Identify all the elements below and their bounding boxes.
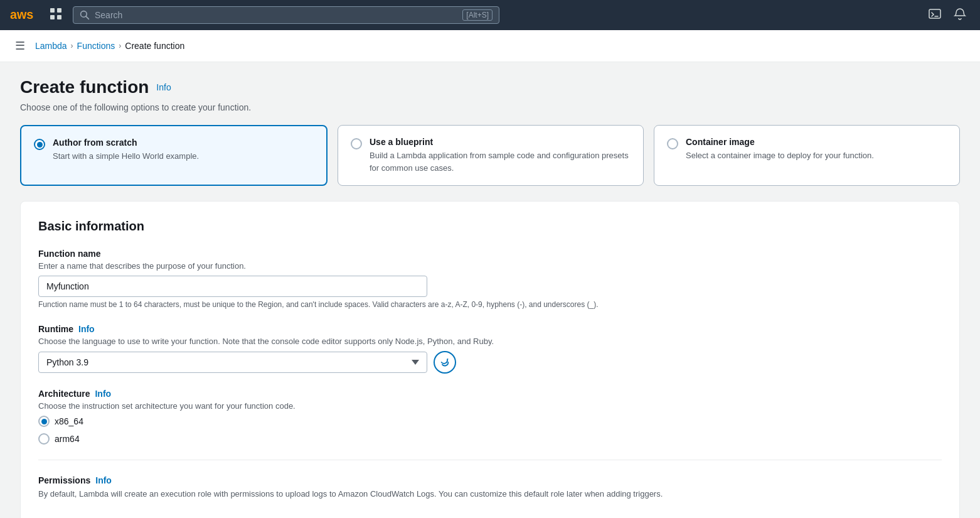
architecture-group: Architecture Info Choose the instruction…	[38, 389, 942, 445]
runtime-label: Runtime Info	[38, 324, 942, 334]
permissions-description: By default, Lambda will create an execut…	[38, 488, 942, 500]
permissions-label: Permissions Info	[38, 475, 942, 485]
search-shortcut: [Alt+S]	[462, 9, 493, 21]
architecture-info-link[interactable]: Info	[95, 389, 111, 399]
architecture-arm64-option[interactable]: arm64	[38, 433, 942, 445]
option-author-from-scratch[interactable]: Author from scratch Start with a simple …	[20, 125, 328, 186]
page-header: Create function Info	[20, 77, 960, 97]
function-name-group: Function name Enter a name that describe…	[38, 249, 942, 309]
option-title-blueprint: Use a blueprint	[370, 137, 631, 147]
basic-information-panel: Basic information Function name Enter a …	[20, 201, 960, 518]
option-container-image[interactable]: Container image Select a container image…	[654, 125, 960, 186]
svg-rect-3	[50, 15, 55, 19]
breadcrumb-lambda[interactable]: Lambda	[35, 41, 67, 51]
option-title-author-scratch: Author from scratch	[53, 138, 199, 148]
architecture-label-text: Architecture	[38, 389, 90, 399]
runtime-label-text: Runtime	[38, 324, 73, 334]
runtime-hint: Choose the language to use to write your…	[38, 337, 942, 346]
architecture-label: Architecture Info	[38, 389, 942, 399]
architecture-x86-label: x86_64	[55, 416, 83, 426]
function-name-hint: Enter a name that describes the purpose …	[38, 261, 942, 271]
permissions-label-text: Permissions	[38, 475, 90, 485]
search-input[interactable]	[95, 10, 457, 20]
page-subtitle: Choose one of the following options to c…	[20, 102, 960, 112]
search-icon	[80, 10, 90, 20]
permissions-info-link[interactable]: Info	[95, 475, 112, 485]
architecture-x86-option[interactable]: x86_64	[38, 416, 942, 427]
function-name-validation: Function name must be 1 to 64 characters…	[38, 300, 942, 309]
permissions-group: Permissions Info By default, Lambda will…	[38, 475, 942, 500]
svg-rect-2	[57, 8, 61, 13]
architecture-hint: Choose the instruction set architecture …	[38, 401, 942, 411]
basic-information-title: Basic information	[38, 219, 942, 234]
option-text-blueprint: Use a blueprint Build a Lambda applicati…	[370, 137, 631, 174]
option-desc-author-scratch: Start with a simple Hello World example.	[53, 150, 199, 163]
runtime-info-link[interactable]: Info	[78, 324, 95, 334]
runtime-group: Runtime Info Choose the language to use …	[38, 324, 942, 374]
option-text-container: Container image Select a container image…	[686, 137, 874, 162]
function-name-label: Function name	[38, 249, 942, 259]
breadcrumb-sep-2: ›	[119, 41, 121, 50]
breadcrumb-functions[interactable]: Functions	[77, 41, 115, 51]
function-name-input[interactable]	[38, 276, 427, 297]
radio-x86	[38, 416, 50, 427]
breadcrumb-current: Create function	[125, 41, 184, 51]
radio-inner-x86	[41, 419, 47, 424]
radio-author-scratch	[34, 139, 45, 150]
option-desc-container: Select a container image to deploy for y…	[686, 149, 874, 162]
runtime-refresh-button[interactable]	[434, 351, 456, 374]
runtime-select-row: Python 3.9 Python 3.11 Python 3.10 Pytho…	[38, 351, 942, 374]
option-desc-blueprint: Build a Lambda application from sample c…	[370, 149, 631, 174]
breadcrumb-sep-1: ›	[71, 41, 73, 50]
svg-text:aws: aws	[10, 8, 33, 21]
radio-inner-author-scratch	[37, 142, 43, 148]
refresh-icon	[439, 357, 450, 368]
svg-rect-4	[57, 15, 61, 19]
svg-rect-1	[50, 8, 55, 13]
radio-blueprint	[351, 138, 362, 149]
main-content: Create function Info Choose one of the f…	[0, 62, 980, 518]
creation-options: Author from scratch Start with a simple …	[20, 125, 960, 186]
grid-icon[interactable]	[46, 4, 65, 26]
svg-line-6	[86, 16, 89, 19]
radio-arm64	[38, 433, 50, 445]
top-navigation: aws [Alt+S]	[0, 0, 980, 30]
terminal-icon-button[interactable]	[925, 4, 945, 27]
hamburger-menu[interactable]: ☰	[15, 39, 25, 53]
notification-icon-button[interactable]	[950, 4, 970, 27]
page-title: Create function	[20, 77, 149, 97]
svg-rect-7	[929, 9, 940, 18]
page-info-link[interactable]: Info	[156, 82, 171, 92]
nav-icons	[925, 4, 970, 27]
breadcrumb-bar: ☰ Lambda › Functions › Create function	[0, 30, 980, 62]
option-use-blueprint[interactable]: Use a blueprint Build a Lambda applicati…	[338, 125, 644, 186]
divider	[38, 460, 942, 460]
architecture-radio-group: x86_64 arm64	[38, 416, 942, 445]
search-bar: [Alt+S]	[73, 6, 499, 24]
aws-logo: aws	[10, 8, 34, 23]
option-text-author-scratch: Author from scratch Start with a simple …	[53, 138, 199, 163]
option-title-container: Container image	[686, 137, 874, 147]
architecture-arm64-label: arm64	[55, 434, 80, 444]
radio-container	[667, 138, 678, 149]
runtime-select[interactable]: Python 3.9 Python 3.11 Python 3.10 Pytho…	[38, 352, 427, 373]
